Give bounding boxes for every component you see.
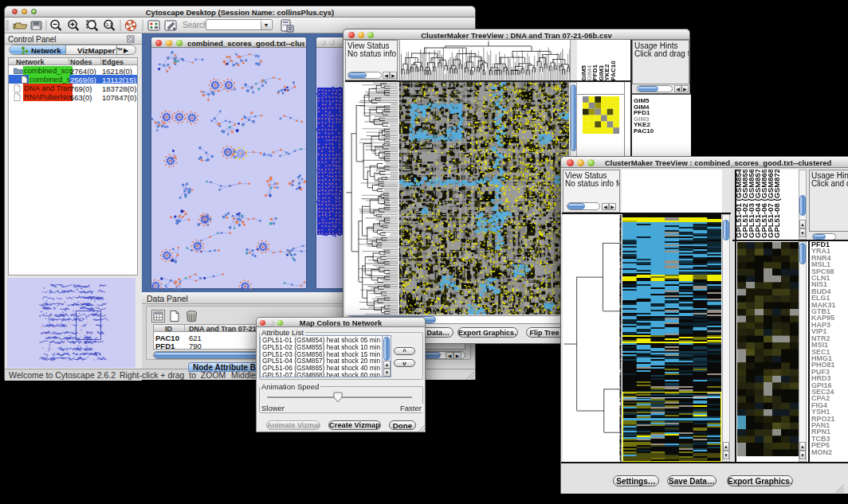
svg-text:1:1: 1:1: [106, 22, 112, 27]
